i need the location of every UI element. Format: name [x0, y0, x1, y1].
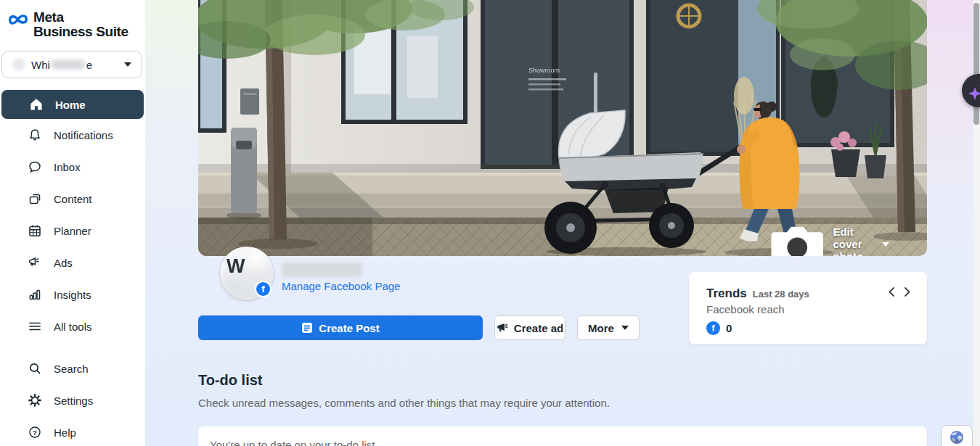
manage-facebook-page-link[interactable]: Manage Facebook Page	[282, 280, 400, 292]
sidebar-item-home[interactable]: Home	[1, 90, 144, 119]
create-ad-button[interactable]: Create ad	[494, 315, 565, 340]
camera-icon	[768, 220, 826, 256]
chevron-left-icon[interactable]	[888, 286, 895, 297]
globe-icon	[949, 429, 965, 445]
business-name-partially-blurred: Whi e	[31, 59, 92, 71]
trends-title-row: Trends Last 28 days	[706, 286, 910, 301]
calendar-icon	[28, 223, 42, 238]
sidebar-item-insights[interactable]: Insights	[0, 278, 145, 310]
trends-card: Trends Last 28 days Facebook reach f 0	[689, 272, 927, 344]
help-icon: ?	[28, 425, 42, 439]
megaphone-icon	[28, 255, 42, 270]
menu-lines-icon	[28, 319, 42, 334]
sidebar-nav: Home Notifications Inbox Content	[0, 90, 145, 446]
more-button[interactable]: More	[577, 315, 640, 340]
cover-photo-image: Showroom	[198, 0, 927, 256]
trends-period: Last 28 days	[753, 289, 809, 300]
business-avatar-blurred	[12, 58, 25, 71]
sidebar-divider-gap	[0, 342, 145, 352]
home-icon	[29, 97, 44, 112]
facebook-icon: f	[706, 321, 720, 335]
sidebar-item-planner[interactable]: Planner	[0, 215, 145, 247]
page-avatar-letter: W	[226, 255, 245, 278]
create-post-button[interactable]: Create Post	[198, 315, 483, 340]
trends-metric-label: Facebook reach	[706, 303, 910, 315]
blurred-text-segment	[52, 60, 85, 69]
sidebar-item-all-tools[interactable]: All tools	[0, 310, 145, 342]
logo-line1: Meta	[33, 10, 128, 25]
sidebar-item-search[interactable]: Search	[0, 352, 145, 384]
logo-line2: Business Suite	[33, 25, 128, 39]
meta-logo-icon	[7, 10, 29, 26]
cover-photo: Showroom	[198, 0, 927, 256]
trends-value-row: f 0	[706, 321, 910, 335]
sidebar-item-content[interactable]: Content	[0, 183, 145, 215]
trends-pagination	[888, 286, 911, 297]
chat-bubble-icon	[28, 160, 42, 174]
scrollbar-track[interactable]	[973, 0, 980, 446]
page-name-blurred	[282, 263, 362, 277]
search-icon	[28, 361, 42, 376]
trends-title: Trends	[706, 286, 747, 301]
cover-trash-bin	[226, 128, 261, 219]
caret-down-icon	[621, 326, 629, 330]
post-icon	[301, 322, 313, 334]
business-selector[interactable]: Whi e	[1, 51, 142, 78]
content-cards-icon	[28, 191, 42, 206]
svg-text:?: ?	[33, 429, 37, 437]
sparkle-icon	[965, 78, 980, 104]
trends-value: 0	[726, 322, 732, 334]
todo-empty-state: You're up to date on your to-do list.	[210, 434, 378, 446]
edit-cover-photo-button[interactable]: Edit cover photo	[768, 220, 889, 256]
sidebar-item-help[interactable]: ? Help	[0, 416, 145, 446]
todo-list-title: To-do list	[198, 372, 263, 389]
todo-list-description: Check unread messages, comments and othe…	[198, 397, 610, 409]
chevron-down-icon	[124, 62, 131, 67]
translate-globe-button[interactable]	[941, 425, 973, 446]
bar-chart-icon	[28, 287, 42, 302]
sidebar: Meta Business Suite Whi e Home Notificat…	[0, 0, 145, 446]
todo-list-card: You're up to date on your to-do list.	[198, 426, 927, 446]
sidebar-item-inbox[interactable]: Inbox	[0, 151, 145, 183]
sidebar-item-ads[interactable]: Ads	[0, 247, 145, 278]
chevron-right-icon[interactable]	[904, 286, 911, 297]
sidebar-item-notifications[interactable]: Notifications	[0, 119, 145, 151]
meta-business-suite-logo: Meta Business Suite	[0, 0, 145, 39]
caret-down-icon	[882, 242, 889, 247]
gear-icon	[28, 393, 42, 408]
megaphone-icon	[497, 322, 508, 334]
sidebar-item-settings[interactable]: Settings	[0, 384, 145, 416]
facebook-icon: f	[255, 281, 271, 297]
svg-text:Showroom: Showroom	[528, 67, 560, 74]
bell-icon	[28, 128, 42, 142]
